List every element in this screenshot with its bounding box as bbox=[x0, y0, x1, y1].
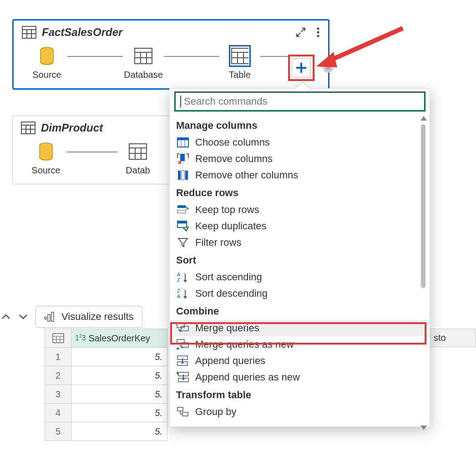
svg-rect-40 bbox=[180, 154, 185, 161]
visualize-results-button[interactable]: Visualize results bbox=[35, 306, 142, 328]
menu-choose-columns[interactable]: Choose columns bbox=[174, 134, 428, 151]
scrollbar[interactable] bbox=[420, 116, 426, 430]
table-icon bbox=[132, 45, 154, 67]
search-commands-box[interactable] bbox=[174, 91, 425, 111]
row-index: 5 bbox=[45, 422, 71, 441]
menu-append-queries[interactable]: Append queries bbox=[174, 353, 428, 369]
chevron-down-icon[interactable] bbox=[18, 313, 28, 320]
scroll-thumb[interactable] bbox=[421, 124, 425, 288]
step-source[interactable]: Source bbox=[22, 45, 72, 80]
svg-rect-44 bbox=[177, 205, 186, 208]
section-sort: Sort bbox=[176, 254, 428, 266]
menu-label: Remove columns bbox=[195, 153, 273, 165]
search-input[interactable] bbox=[183, 95, 420, 108]
menu-label: Group by bbox=[195, 406, 237, 418]
table-icon bbox=[21, 122, 35, 134]
menu-sort-descending[interactable]: ZA Sort descending bbox=[174, 285, 428, 302]
card-title: DimProduct bbox=[41, 122, 163, 134]
menu-group-by[interactable]: Group by bbox=[174, 404, 428, 420]
svg-rect-56 bbox=[177, 323, 184, 328]
menu-label: Sort descending bbox=[195, 288, 268, 299]
svg-text:A: A bbox=[177, 272, 181, 277]
svg-rect-59 bbox=[177, 340, 184, 344]
merge-queries-icon bbox=[176, 322, 190, 334]
step-label: Database bbox=[124, 70, 163, 80]
popup-pointer bbox=[295, 83, 310, 89]
row-index: 3 bbox=[45, 385, 71, 404]
menu-keep-top-rows[interactable]: Keep top rows bbox=[174, 202, 428, 218]
svg-text:A: A bbox=[177, 294, 181, 299]
keep-duplicates-icon bbox=[176, 220, 190, 232]
menu-sort-ascending[interactable]: AZ Sort ascending bbox=[174, 269, 428, 285]
expand-icon[interactable] bbox=[295, 27, 306, 38]
svg-rect-9 bbox=[135, 48, 152, 64]
svg-text:Z: Z bbox=[177, 288, 180, 294]
column-name: sto bbox=[434, 333, 446, 343]
card-header: FactSalesOrder bbox=[14, 20, 328, 41]
table-row[interactable]: 3 5. bbox=[45, 385, 167, 404]
menu-label: Filter rows bbox=[195, 237, 241, 248]
menu-label: Append queries bbox=[195, 355, 265, 367]
svg-rect-0 bbox=[22, 26, 36, 38]
step-label: Table bbox=[229, 70, 251, 80]
command-menu: Manage columns Choose columns Remove col… bbox=[169, 88, 430, 427]
row-index-header[interactable] bbox=[45, 329, 71, 348]
annotation-highlight bbox=[288, 55, 314, 81]
results-toolbar: Visualize results bbox=[1, 306, 142, 328]
column-header-partial[interactable]: sto bbox=[429, 329, 476, 347]
table-icon bbox=[22, 26, 36, 39]
step-label: Datab bbox=[126, 165, 150, 176]
svg-rect-57 bbox=[181, 326, 188, 331]
menu-append-queries-new[interactable]: Append queries as new bbox=[174, 369, 428, 385]
add-step-button[interactable] bbox=[292, 58, 311, 77]
card-body: Source Datab bbox=[13, 137, 171, 184]
cell-value: 5. bbox=[71, 422, 167, 441]
table-row[interactable]: 4 5. bbox=[45, 404, 167, 422]
step-source[interactable]: Source bbox=[21, 141, 71, 176]
menu-label: Sort ascending bbox=[195, 271, 262, 283]
table-icon bbox=[127, 141, 149, 162]
menu-merge-queries[interactable]: Merge queries bbox=[174, 320, 428, 336]
table-row[interactable]: 1 5. bbox=[45, 348, 167, 366]
svg-rect-76 bbox=[48, 314, 50, 321]
svg-rect-74 bbox=[182, 412, 188, 416]
database-cylinder-icon bbox=[36, 45, 58, 67]
connector-line bbox=[67, 56, 123, 57]
query-card-dimproduct[interactable]: DimProduct Source Datab bbox=[12, 116, 172, 184]
row-index: 4 bbox=[45, 404, 71, 422]
menu-merge-queries-new[interactable]: Merge queries as new bbox=[174, 336, 428, 353]
step-database[interactable]: Database bbox=[118, 45, 168, 80]
table-icon bbox=[229, 45, 251, 67]
table-row[interactable]: 2 5. bbox=[45, 366, 167, 385]
button-label: Visualize results bbox=[61, 311, 134, 323]
chevron-up-icon[interactable] bbox=[1, 313, 11, 320]
step-database[interactable]: Datab bbox=[113, 141, 163, 176]
bar-chart-icon bbox=[44, 312, 56, 322]
scroll-up-icon[interactable] bbox=[420, 116, 427, 121]
card-title: FactSalesOrder bbox=[42, 26, 290, 39]
cell-value: 5. bbox=[71, 404, 167, 422]
row-index: 1 bbox=[45, 348, 71, 366]
svg-rect-31 bbox=[129, 144, 147, 159]
sort-asc-icon: AZ bbox=[176, 271, 190, 283]
query-card-factsalesorder[interactable]: FactSalesOrder Source Database bbox=[12, 19, 329, 90]
table-row[interactable]: 5 5. bbox=[45, 422, 167, 441]
menu-label: Keep duplicates bbox=[195, 220, 267, 232]
cell-value: 5. bbox=[71, 348, 167, 366]
column-name: SalesOrderKey bbox=[88, 333, 150, 344]
connector-line bbox=[66, 152, 117, 152]
menu-remove-columns[interactable]: Remove columns bbox=[174, 151, 428, 167]
menu-filter-rows[interactable]: Filter rows bbox=[174, 234, 428, 251]
step-table[interactable]: Table bbox=[215, 45, 265, 80]
svg-rect-25 bbox=[21, 122, 35, 134]
annotation-arrow bbox=[312, 24, 412, 74]
scroll-down-icon[interactable] bbox=[420, 426, 427, 430]
svg-rect-73 bbox=[177, 407, 183, 411]
database-cylinder-icon bbox=[35, 141, 57, 162]
section-manage-columns: Manage columns bbox=[176, 120, 428, 132]
svg-rect-41 bbox=[178, 171, 181, 180]
menu-remove-other-columns[interactable]: Remove other columns bbox=[174, 167, 428, 183]
column-header-salesorderkey[interactable]: 123 SalesOrderKey bbox=[71, 329, 167, 348]
svg-rect-47 bbox=[177, 221, 187, 223]
menu-keep-duplicates[interactable]: Keep duplicates bbox=[174, 218, 428, 234]
